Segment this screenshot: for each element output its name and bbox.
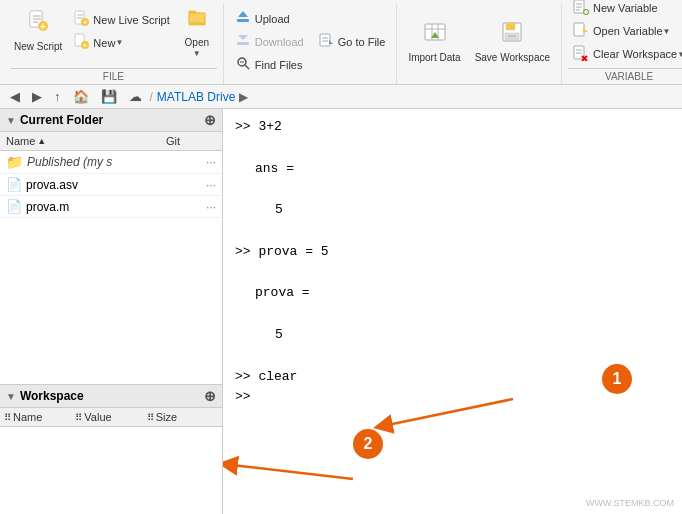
cmd-line: >> prova = 5 [235, 242, 670, 263]
svg-rect-42 [574, 23, 584, 36]
cmd-line: >> 3+2 [235, 117, 670, 138]
new-script-button[interactable]: + New Script [10, 4, 66, 58]
sort-icon: ▲ [37, 136, 46, 146]
new-btn-group: + New Script + New Live Script + [10, 4, 217, 58]
open-icon [185, 5, 209, 35]
open-variable-label: Open Variable [593, 25, 663, 37]
new-live-script-button[interactable]: + New Live Script [68, 9, 174, 31]
svg-rect-22 [320, 34, 330, 46]
open-variable-dropdown: ▼ [663, 27, 671, 36]
nav-sep1: / [150, 90, 153, 104]
toolbar-group-new: + New Script + New Live Script + [4, 4, 224, 84]
find-files-icon [235, 55, 251, 74]
cmd-line: 5 [235, 200, 670, 221]
file-actions-2[interactable]: ··· [206, 178, 216, 192]
import-save-row: Import Data Save Workspace [403, 4, 555, 79]
ws-col-size: ⠿ Size [147, 411, 218, 423]
save-nav-button[interactable]: 💾 [97, 87, 121, 106]
ws-col-name-text: Name [13, 411, 42, 423]
cmd-line: >> [235, 387, 670, 408]
upload-label: Upload [255, 13, 290, 25]
new-label: New [93, 37, 115, 49]
toolbar-ribbon: + New Script + New Live Script + [0, 0, 682, 84]
clear-workspace-icon [573, 45, 589, 64]
cmd-line [235, 179, 670, 200]
list-item[interactable]: 📄 prova.m ··· [0, 196, 222, 218]
download-button[interactable]: Download [230, 31, 309, 53]
ws-col-value: ⠿ Value [75, 411, 146, 423]
cmd-line: >> clear [235, 367, 670, 388]
file-m-icon: 📄 [6, 199, 22, 214]
new-variable-icon [573, 0, 589, 18]
home-button[interactable]: 🏠 [69, 87, 93, 106]
save-workspace-icon [500, 20, 524, 50]
go-to-file-icon [318, 32, 334, 51]
new-script-icon: + [26, 9, 50, 39]
svg-rect-15 [237, 19, 249, 22]
open-button[interactable]: Open ▼ [177, 4, 217, 58]
svg-marker-16 [238, 11, 248, 17]
current-folder-action[interactable]: ⊕ [204, 112, 216, 128]
file-col-name-label: Name [6, 135, 35, 147]
new-variable-button[interactable]: New Variable [568, 0, 682, 19]
save-workspace-button[interactable]: Save Workspace [470, 15, 555, 69]
list-item[interactable]: 📁 Published (my s ··· [0, 151, 222, 174]
clear-workspace-button[interactable]: Clear Workspace ▼ [568, 43, 682, 65]
workspace-table-header: ⠿ Name ⠿ Value ⠿ Size [0, 408, 222, 427]
matlab-drive-breadcrumb[interactable]: MATLAB Drive [157, 90, 235, 104]
new-small-group: + New Live Script + New ▼ [68, 4, 174, 58]
new-button[interactable]: + New ▼ [68, 32, 174, 54]
folder-icon: 📁 [6, 154, 23, 170]
cmd-line [235, 346, 670, 367]
open-variable-button[interactable]: Open Variable ▼ [568, 20, 682, 42]
file-actions-1[interactable]: ··· [206, 155, 216, 169]
import-data-button[interactable]: Import Data [403, 15, 465, 69]
cmd-content[interactable]: >> 3+2 ans = 5 >> prova = 5 prova = 5 >>… [223, 109, 682, 514]
download-label: Download [255, 36, 304, 48]
current-folder-header: ▼ Current Folder ⊕ [0, 109, 222, 132]
cloud-button[interactable]: ☁ [125, 87, 146, 106]
file-name: prova.m [26, 200, 206, 214]
new-live-script-icon: + [73, 10, 89, 29]
upload-button[interactable]: Upload [230, 8, 309, 30]
list-item[interactable]: 📄 prova.asv ··· [0, 174, 222, 196]
new-variable-label: New Variable [593, 2, 658, 14]
workspace-action[interactable]: ⊕ [204, 388, 216, 404]
go-to-file-button[interactable]: Go to File [313, 31, 391, 53]
cmd-line: ans = [235, 159, 670, 180]
file-actions-3[interactable]: ··· [206, 200, 216, 214]
workspace-collapse[interactable]: ▼ [6, 391, 16, 402]
ws-col-size-text: Size [156, 411, 177, 423]
svg-line-20 [245, 65, 249, 69]
current-folder-title: Current Folder [20, 113, 103, 127]
watermark: WWW.STEMKB.COM [586, 498, 674, 508]
forward-button[interactable]: ▶ [28, 87, 46, 106]
svg-rect-17 [237, 42, 249, 45]
file-name: prova.asv [26, 178, 206, 192]
file-name: Published (my s [27, 155, 206, 169]
find-files-label: Find Files [255, 59, 303, 71]
toolbar: + New Script + New Live Script + [0, 0, 682, 85]
open-dropdown-arrow: ▼ [193, 49, 201, 58]
download-icon [235, 32, 251, 51]
open-variable-icon [573, 22, 589, 41]
svg-text:+: + [83, 19, 87, 26]
new-script-label: New Script [14, 41, 62, 53]
import-data-label: Import Data [408, 52, 460, 64]
upload-download-row: Upload Download Find Files [230, 4, 391, 79]
cmd-line [235, 138, 670, 159]
svg-marker-43 [583, 28, 588, 32]
back-button[interactable]: ◀ [6, 87, 24, 106]
up-button[interactable]: ↑ [50, 87, 65, 106]
file-panel: Name ▲ Git 📁 Published (my s ··· 📄 prova… [0, 132, 222, 384]
current-folder-collapse[interactable]: ▼ [6, 115, 16, 126]
current-folder-header-left: ▼ Current Folder [6, 113, 103, 127]
nav-bar: ◀ ▶ ↑ 🏠 💾 ☁ / MATLAB Drive ▶ [0, 85, 682, 109]
clear-workspace-dropdown: ▼ [677, 50, 682, 59]
cmd-line [235, 263, 670, 284]
find-files-button[interactable]: Find Files [230, 54, 309, 76]
open-label: Open [185, 37, 209, 49]
svg-marker-18 [238, 35, 248, 40]
upload-icon [235, 9, 251, 28]
command-window: >> 3+2 ans = 5 >> prova = 5 prova = 5 >>… [223, 109, 682, 514]
